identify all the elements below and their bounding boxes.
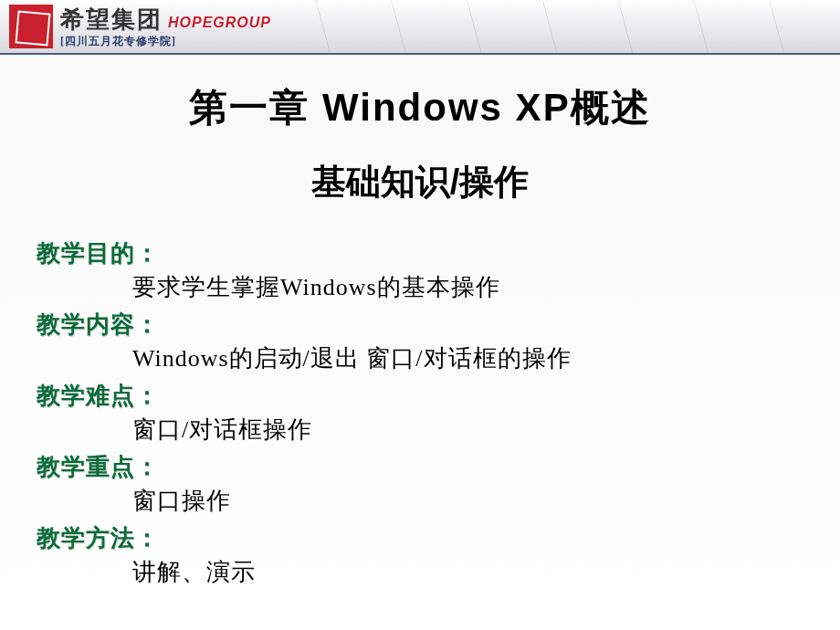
logo-text-group: 希望集团 HOPEGROUP [四川五月花专修学院] [60, 4, 271, 49]
section-label: 教学方法： [37, 522, 803, 554]
slide-title-sub: 基础知识/操作 [37, 159, 803, 205]
logo-cn-text: 希望集团 [60, 4, 163, 36]
section-method: 教学方法： 讲解、演示 [37, 522, 803, 588]
section-label: 教学重点： [37, 451, 803, 483]
section-body: 讲解、演示 [37, 556, 803, 588]
logo-icon [9, 5, 53, 48]
section-content: 教学内容： Windows的启动/退出 窗口/对话框的操作 [37, 309, 803, 374]
section-body: 窗口操作 [37, 485, 803, 517]
section-body: Windows的启动/退出 窗口/对话框的操作 [37, 342, 803, 374]
section-label: 教学目的： [37, 237, 803, 269]
logo-block: 希望集团 HOPEGROUP [四川五月花专修学院] [9, 4, 271, 49]
slide-title-main: 第一章 Windows XP概述 [37, 82, 803, 133]
header-bar: 希望集团 HOPEGROUP [四川五月花专修学院] [0, 0, 840, 55]
section-difficulty: 教学难点： 窗口/对话框操作 [37, 380, 803, 446]
logo-sub-text: [四川五月花专修学院] [60, 34, 271, 49]
section-body: 窗口/对话框操作 [37, 414, 803, 446]
section-label: 教学内容： [37, 309, 803, 341]
section-label: 教学难点： [37, 380, 803, 412]
section-keypoint: 教学重点： 窗口操作 [37, 451, 803, 517]
section-objective: 教学目的： 要求学生掌握Windows的基本操作 [37, 237, 803, 303]
slide-content: 第一章 Windows XP概述 基础知识/操作 教学目的： 要求学生掌握Win… [0, 55, 840, 612]
section-body: 要求学生掌握Windows的基本操作 [37, 271, 803, 303]
header-bg-decoration [292, 0, 840, 55]
logo-en-text: HOPEGROUP [168, 15, 271, 31]
logo-title-row: 希望集团 HOPEGROUP [60, 4, 271, 36]
